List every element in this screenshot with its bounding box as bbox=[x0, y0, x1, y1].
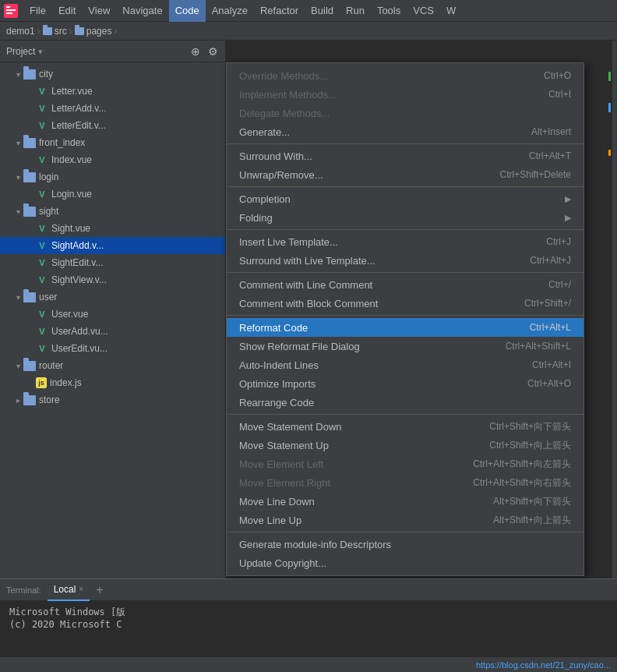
menu-item-override[interactable]: Override Methods... Ctrl+O bbox=[227, 66, 584, 85]
menu-item-completion[interactable]: Completion ▶ bbox=[227, 189, 584, 208]
menu-item-move-down[interactable]: Move Statement Down Ctrl+Shift+向下箭头 bbox=[227, 417, 584, 436]
menu-label-override: Override Methods... bbox=[239, 70, 513, 82]
menu-label-gen-module: Generate module-info Descriptors bbox=[239, 539, 540, 550]
menu-item-update-copyright[interactable]: Update Copyright... bbox=[227, 554, 584, 572]
tree-item-user[interactable]: user bbox=[0, 288, 225, 306]
tree-arrow-login[interactable] bbox=[12, 172, 23, 182]
breadcrumb-src[interactable]: src bbox=[43, 26, 67, 37]
terminal-tab-local[interactable]: Local × bbox=[48, 579, 90, 601]
tree-item-store[interactable]: store bbox=[0, 391, 225, 409]
menu-edit[interactable]: Edit bbox=[52, 0, 82, 22]
tree-label-user: user bbox=[39, 292, 219, 302]
menu-item-surround[interactable]: Surround With... Ctrl+Alt+T bbox=[227, 147, 584, 165]
menu-tools[interactable]: Tools bbox=[371, 0, 407, 22]
menu-label-move-right: Move Element Right bbox=[239, 477, 442, 489]
terminal-line-2: (c) 2020 Microsoft C bbox=[9, 619, 608, 630]
tree-label-index-js: index.js bbox=[50, 377, 219, 388]
menu-shortcut-move-right: Ctrl+Alt+Shift+向右箭头 bbox=[473, 476, 571, 490]
main-content: Project ▾ ⊕ ⚙ city Letter. bbox=[0, 41, 617, 578]
menu-item-gen-module[interactable]: Generate module-info Descriptors bbox=[227, 535, 584, 554]
menu-item-implement[interactable]: Implement Methods... Ctrl+I bbox=[227, 85, 584, 104]
menu-item-move-up[interactable]: Move Statement Up Ctrl+Shift+向上箭头 bbox=[227, 436, 584, 454]
menu-item-move-left[interactable]: Move Element Left Ctrl+Alt+Shift+向左箭头 bbox=[227, 454, 584, 473]
sidebar-header: Project ▾ ⊕ ⚙ bbox=[0, 41, 225, 62]
tree-item-index-js[interactable]: index.js bbox=[0, 374, 225, 391]
vue-icon-sightedit bbox=[36, 257, 48, 268]
menu-navigate[interactable]: Navigate bbox=[116, 0, 168, 22]
tree-arrow-user[interactable] bbox=[12, 292, 23, 302]
breadcrumb-demo1[interactable]: demo1 bbox=[6, 26, 35, 37]
menu-item-line-comment[interactable]: Comment with Line Comment Ctrl+/ bbox=[227, 275, 584, 294]
tree-item-user-vue[interactable]: User.vue bbox=[0, 306, 225, 323]
breadcrumb-sep-3: › bbox=[114, 26, 117, 37]
breadcrumb-pages[interactable]: pages bbox=[75, 26, 112, 37]
menu-bar: File Edit View Navigate Code Analyze Ref… bbox=[0, 0, 617, 22]
tree-label-front-index: front_index bbox=[39, 137, 219, 148]
tree-label-router: router bbox=[39, 360, 219, 371]
sidebar-add-icon[interactable]: ⊕ bbox=[189, 45, 202, 58]
menu-refactor[interactable]: Refactor bbox=[254, 0, 305, 22]
menu-item-optimize[interactable]: Optimize Imports Ctrl+Alt+O bbox=[227, 374, 584, 393]
menu-item-show-reformat[interactable]: Show Reformat File Dialog Ctrl+Alt+Shift… bbox=[227, 337, 584, 355]
menu-item-folding[interactable]: Folding ▶ bbox=[227, 208, 584, 227]
tree-item-letteredit[interactable]: LetterEdit.v... bbox=[0, 117, 225, 134]
terminal-add-button[interactable]: + bbox=[96, 583, 103, 597]
tree-item-useredit[interactable]: UserEdit.vu... bbox=[0, 340, 225, 357]
menu-item-rearrange[interactable]: Rearrange Code bbox=[227, 393, 584, 412]
tree-item-router[interactable]: router bbox=[0, 357, 225, 374]
tree-item-letteradd[interactable]: LetterAdd.v... bbox=[0, 100, 225, 117]
tree-label-useredit: UserEdit.vu... bbox=[51, 343, 219, 354]
sidebar-title-arrow[interactable]: ▾ bbox=[38, 47, 43, 56]
menu-item-move-line-up[interactable]: Move Line Up Alt+Shift+向上箭头 bbox=[227, 511, 584, 529]
sidebar-title: Project ▾ bbox=[6, 46, 189, 57]
vue-icon-letteredit bbox=[36, 120, 48, 131]
menu-item-delegate[interactable]: Delegate Methods... bbox=[227, 104, 584, 122]
tree-arrow-city[interactable] bbox=[12, 69, 23, 80]
menu-view[interactable]: View bbox=[82, 0, 116, 22]
tree-arrow-front-index[interactable] bbox=[12, 137, 23, 148]
tree-item-login-vue[interactable]: Login.vue bbox=[0, 186, 225, 203]
menu-item-generate[interactable]: Generate... Alt+Insert bbox=[227, 122, 584, 141]
terminal-close-button[interactable]: × bbox=[79, 585, 83, 593]
tree-item-index-vue[interactable]: Index.vue bbox=[0, 151, 225, 168]
tree-item-sightview[interactable]: SightView.v... bbox=[0, 271, 225, 288]
menu-shortcut-override: Ctrl+O bbox=[544, 70, 571, 81]
menu-item-block-comment[interactable]: Comment with Block Comment Ctrl+Shift+/ bbox=[227, 294, 584, 313]
vue-icon-sight bbox=[36, 223, 48, 234]
menu-file[interactable]: File bbox=[23, 0, 52, 22]
sidebar-settings-icon[interactable]: ⚙ bbox=[206, 45, 219, 58]
menu-vcs[interactable]: VCS bbox=[407, 0, 440, 22]
menu-build[interactable]: Build bbox=[305, 0, 340, 22]
menu-arrow-folding: ▶ bbox=[565, 213, 571, 223]
menu-run[interactable]: Run bbox=[340, 0, 371, 22]
tree-item-sight[interactable]: sight bbox=[0, 203, 225, 220]
menu-analyze[interactable]: Analyze bbox=[206, 0, 254, 22]
tree-arrow-router[interactable] bbox=[12, 360, 23, 371]
tree-item-login[interactable]: login bbox=[0, 168, 225, 186]
tree-item-useradd[interactable]: UserAdd.vu... bbox=[0, 323, 225, 340]
menu-w[interactable]: W bbox=[440, 0, 462, 22]
tree-item-sight-vue[interactable]: Sight.vue bbox=[0, 220, 225, 237]
menu-item-surround-live[interactable]: Surround with Live Template... Ctrl+Alt+… bbox=[227, 251, 584, 270]
menu-label-implement: Implement Methods... bbox=[239, 89, 517, 101]
tree-item-city[interactable]: city bbox=[0, 65, 225, 83]
folder-icon-router bbox=[23, 361, 36, 371]
menu-item-move-line-down[interactable]: Move Line Down Alt+Shift+向下箭头 bbox=[227, 492, 584, 511]
menu-item-insert-live[interactable]: Insert Live Template... Ctrl+J bbox=[227, 232, 584, 251]
tree-arrow-store[interactable] bbox=[12, 394, 23, 405]
menu-label-move-line-up: Move Line Up bbox=[239, 515, 462, 526]
menu-item-auto-indent[interactable]: Auto-Indent Lines Ctrl+Alt+I bbox=[227, 355, 584, 374]
menu-item-reformat[interactable]: Reformat Code Ctrl+Alt+L bbox=[227, 318, 584, 337]
tree-item-sightadd[interactable]: SightAdd.v... bbox=[0, 237, 225, 254]
tree-item-front-index[interactable]: front_index bbox=[0, 134, 225, 151]
tree-item-letter-vue[interactable]: Letter.vue bbox=[0, 83, 225, 100]
sidebar: Project ▾ ⊕ ⚙ city Letter. bbox=[0, 41, 226, 578]
menu-label-optimize: Optimize Imports bbox=[239, 378, 496, 390]
tree-arrow-sight[interactable] bbox=[12, 206, 23, 217]
tree-item-sightedit[interactable]: SightEdit.v... bbox=[0, 254, 225, 271]
menu-item-move-right[interactable]: Move Element Right Ctrl+Alt+Shift+向右箭头 bbox=[227, 473, 584, 492]
menu-code[interactable]: Code bbox=[169, 0, 206, 22]
menu-item-unwrap[interactable]: Unwrap/Remove... Ctrl+Shift+Delete bbox=[227, 165, 584, 184]
terminal-tab-label: Local bbox=[54, 584, 76, 595]
tree-label-sightedit: SightEdit.v... bbox=[51, 257, 219, 268]
